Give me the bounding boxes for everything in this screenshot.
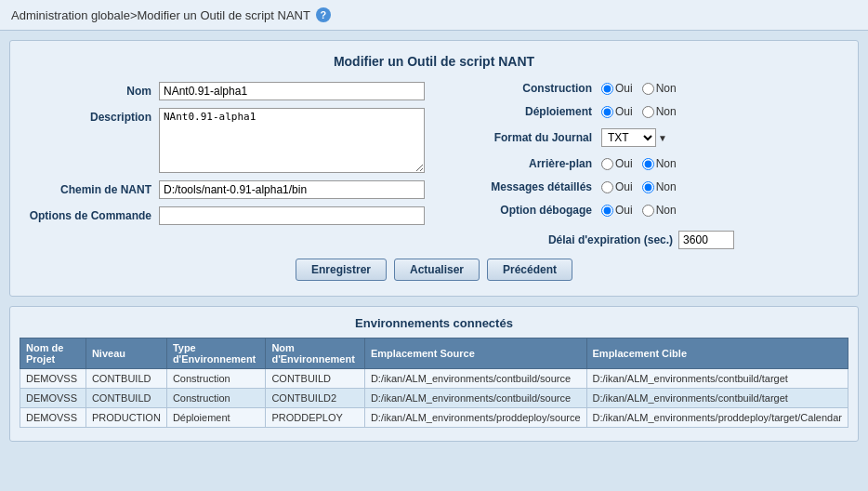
table-cell-nom_env: CONTBUILD bbox=[266, 369, 364, 389]
option-debogage-non-radio[interactable] bbox=[642, 205, 654, 217]
environments-table: Nom de Projet Niveau Type d'Environnemen… bbox=[20, 338, 848, 428]
deploiement-oui-radio[interactable] bbox=[601, 106, 613, 118]
description-row: Description bbox=[29, 108, 425, 173]
top-bar: Administration globale>Modifier un Outil… bbox=[0, 0, 868, 31]
nom-input[interactable] bbox=[159, 82, 425, 100]
form-right: Construction Oui Non Déploiement bbox=[443, 82, 839, 249]
description-label: Description bbox=[29, 108, 159, 124]
table-cell-cible: D:/ikan/ALM_environments/proddeploy/targ… bbox=[586, 408, 848, 428]
table-cell-cible: D:/ikan/ALM_environments/contbuild/targe… bbox=[586, 369, 848, 389]
messages-label: Messages détaillés bbox=[443, 180, 601, 193]
col-nom-projet: Nom de Projet bbox=[20, 338, 86, 369]
nom-label: Nom bbox=[29, 82, 159, 98]
messages-non-radio[interactable] bbox=[642, 181, 654, 193]
col-niveau: Niveau bbox=[85, 338, 166, 369]
form-card: Modifier un Outil de script NANT Nom Des… bbox=[9, 40, 859, 297]
arriere-label: Arrière-plan bbox=[443, 157, 601, 170]
table-cell-niveau: PRODUCTION bbox=[85, 408, 166, 428]
form-title: Modifier un Outil de script NANT bbox=[29, 54, 839, 69]
format-label: Format du Journal bbox=[443, 131, 601, 144]
messages-radio-group: Oui Non bbox=[601, 180, 682, 193]
messages-oui-label[interactable]: Oui bbox=[601, 180, 633, 193]
description-input[interactable] bbox=[159, 108, 425, 173]
table-cell-niveau: CONTBUILD bbox=[85, 369, 166, 389]
actualiser-button[interactable]: Actualiser bbox=[394, 259, 480, 281]
options-label: Options de Commande bbox=[29, 206, 159, 222]
table-cell-nom_env: CONTBUILD2 bbox=[266, 389, 364, 408]
delai-label: Délai d'expiration (sec.) bbox=[548, 233, 673, 246]
arriere-radio-group: Oui Non bbox=[601, 157, 682, 170]
option-debogage-oui-radio[interactable] bbox=[601, 205, 613, 217]
table-row: DEMOVSSCONTBUILDConstructionCONTBUILD2D:… bbox=[20, 389, 848, 408]
chemin-input[interactable] bbox=[159, 180, 425, 199]
col-cible: Emplacement Cible bbox=[586, 338, 848, 369]
table-row: DEMOVSSPRODUCTIONDéploiementPRODDEPLOYD:… bbox=[20, 408, 848, 428]
option-debogage-radio-group: Oui Non bbox=[601, 204, 682, 217]
table-cell-nom_projet: DEMOVSS bbox=[20, 408, 86, 428]
table-cell-nom_projet: DEMOVSS bbox=[20, 389, 86, 408]
deploiement-non-label[interactable]: Non bbox=[642, 105, 677, 118]
form-left: Nom Description Chemin de NANT Options d… bbox=[29, 82, 425, 249]
timeout-row: Délai d'expiration (sec.) bbox=[443, 231, 839, 249]
delai-input[interactable] bbox=[678, 231, 734, 249]
table-row: DEMOVSSCONTBUILDConstructionCONTBUILDD:/… bbox=[20, 369, 848, 389]
construction-oui-radio[interactable] bbox=[601, 83, 613, 95]
chemin-label: Chemin de NANT bbox=[29, 180, 159, 196]
table-cell-nom_projet: DEMOVSS bbox=[20, 369, 86, 389]
breadcrumb: Administration globale>Modifier un Outil… bbox=[11, 8, 310, 22]
option-debogage-oui-label[interactable]: Oui bbox=[601, 204, 633, 217]
format-select[interactable]: TXT XML HTML bbox=[601, 128, 656, 147]
precedent-button[interactable]: Précédent bbox=[487, 259, 572, 281]
col-type-env: Type d'Environnement bbox=[166, 338, 266, 369]
table-card: Environnements connectés Nom de Projet N… bbox=[9, 306, 859, 442]
messages-non-label[interactable]: Non bbox=[642, 180, 677, 193]
arriere-oui-label[interactable]: Oui bbox=[601, 157, 633, 170]
help-icon[interactable]: ? bbox=[316, 7, 331, 22]
nom-row: Nom bbox=[29, 82, 425, 100]
enregistrer-button[interactable]: Enregistrer bbox=[296, 259, 387, 281]
chevron-down-icon: ▼ bbox=[658, 133, 667, 143]
option-debogage-row: Option débogage Oui Non bbox=[443, 204, 839, 217]
chemin-row: Chemin de NANT bbox=[29, 180, 425, 199]
table-cell-niveau: CONTBUILD bbox=[85, 389, 166, 408]
arriere-row: Arrière-plan Oui Non bbox=[443, 157, 839, 170]
construction-label: Construction bbox=[443, 82, 601, 95]
table-cell-cible: D:/ikan/ALM_environments/contbuild/targe… bbox=[586, 389, 848, 408]
table-title: Environnements connectés bbox=[20, 316, 848, 330]
table-cell-type_env: Déploiement bbox=[166, 408, 266, 428]
deploiement-oui-label[interactable]: Oui bbox=[601, 105, 633, 118]
table-cell-nom_env: PRODDEPLOY bbox=[266, 408, 364, 428]
construction-non-label[interactable]: Non bbox=[642, 82, 677, 95]
construction-non-radio[interactable] bbox=[642, 83, 654, 95]
deploiement-radio-group: Oui Non bbox=[601, 105, 682, 118]
col-source: Emplacement Source bbox=[364, 338, 586, 369]
deploiement-row: Déploiement Oui Non bbox=[443, 105, 839, 118]
table-header-row: Nom de Projet Niveau Type d'Environnemen… bbox=[20, 338, 848, 369]
arriere-oui-radio[interactable] bbox=[601, 158, 613, 170]
arriere-non-label[interactable]: Non bbox=[642, 157, 677, 170]
form-layout: Nom Description Chemin de NANT Options d… bbox=[29, 82, 839, 249]
col-nom-env: Nom d'Environnement bbox=[266, 338, 364, 369]
arriere-non-radio[interactable] bbox=[642, 158, 654, 170]
table-cell-source: D:/ikan/ALM_environments/contbuild/sourc… bbox=[364, 389, 586, 408]
deploiement-label: Déploiement bbox=[443, 105, 601, 118]
table-cell-source: D:/ikan/ALM_environments/proddeploy/sour… bbox=[364, 408, 586, 428]
button-row: Enregistrer Actualiser Précédent bbox=[29, 259, 839, 281]
main-content: Modifier un Outil de script NANT Nom Des… bbox=[0, 31, 868, 451]
options-row: Options de Commande bbox=[29, 206, 425, 225]
table-cell-source: D:/ikan/ALM_environments/contbuild/sourc… bbox=[364, 369, 586, 389]
format-row: Format du Journal TXT XML HTML ▼ bbox=[443, 128, 839, 147]
messages-oui-radio[interactable] bbox=[601, 181, 613, 193]
option-debogage-non-label[interactable]: Non bbox=[642, 204, 677, 217]
deploiement-non-radio[interactable] bbox=[642, 106, 654, 118]
table-cell-type_env: Construction bbox=[166, 389, 266, 408]
construction-radio-group: Oui Non bbox=[601, 82, 682, 95]
options-input[interactable] bbox=[159, 206, 425, 225]
messages-row: Messages détaillés Oui Non bbox=[443, 180, 839, 193]
option-debogage-label: Option débogage bbox=[443, 204, 601, 217]
table-cell-type_env: Construction bbox=[166, 369, 266, 389]
construction-row: Construction Oui Non bbox=[443, 82, 839, 95]
construction-oui-label[interactable]: Oui bbox=[601, 82, 633, 95]
